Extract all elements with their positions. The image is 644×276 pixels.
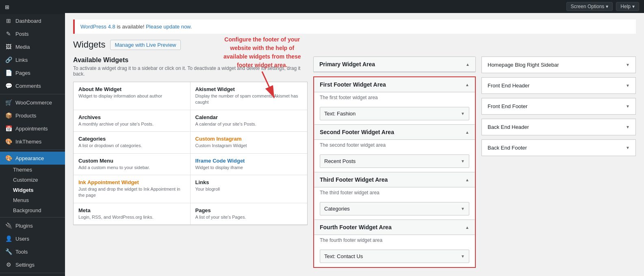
widget-item[interactable]: Custom Menu Add a custom menu to your si… <box>74 154 191 175</box>
sidebar-sub-menus[interactable]: Menus <box>0 195 65 205</box>
widget-item[interactable]: Archives A monthly archive of your site'… <box>74 110 191 132</box>
sidebar: ⊞ ⊞ Dashboard ✎ Posts 🖼 Media 🔗 Links 📄 … <box>0 0 65 276</box>
third-footer-title: Third Footer Widget Area <box>320 176 388 183</box>
sidebar-item-media[interactable]: 🖼 Media <box>0 40 65 53</box>
sidebar-sub-widgets[interactable]: Widgets <box>0 185 65 195</box>
help-label: Help <box>620 4 631 9</box>
woocommerce-icon: 🛒 <box>5 99 12 106</box>
widget-item[interactable]: Meta Login, RSS, and WordPress.org links… <box>74 203 191 225</box>
primary-widget-area-title: Primary Widget Area <box>319 61 375 67</box>
sidebar-item-links[interactable]: 🔗 Links <box>0 53 65 66</box>
fourth-footer-widget-slot[interactable]: Text: Contact Us ▼ <box>320 250 469 263</box>
sidebar-sub-background[interactable]: Background <box>0 205 65 215</box>
sidebar-item-comments[interactable]: 💬 Comments <box>0 79 65 92</box>
tools-icon: 🔧 <box>5 248 12 255</box>
sidebar-item-label: Users <box>15 236 29 242</box>
sidebar-item-products[interactable]: 📦 Products <box>0 109 65 122</box>
update-notice: WordPress 4.8 is available! Please updat… <box>73 20 636 34</box>
first-footer-chevron: ▲ <box>465 83 469 87</box>
right-panel-back-end-footer: Back End Footer ▼ <box>481 139 636 156</box>
right-panel-header[interactable]: Back End Footer ▼ <box>482 140 635 156</box>
second-footer-header[interactable]: Second Footer Widget Area ▲ <box>314 125 475 140</box>
sidebar-item-tools[interactable]: 🔧 Tools <box>0 245 65 258</box>
widget-desc: Add a custom menu to your sidebar. <box>78 165 185 171</box>
sidebar-item-appearance[interactable]: 🎨 Appearance <box>0 152 65 165</box>
widget-title: Pages <box>195 207 303 213</box>
first-footer-content: Text: Fashion ▼ <box>314 104 475 124</box>
third-footer-header[interactable]: Third Footer Widget Area ▲ <box>314 172 475 187</box>
media-icon: 🖼 <box>5 43 12 50</box>
sidebar-sub-customize[interactable]: Customize <box>0 175 65 185</box>
widget-desc: A calendar of your site's Posts. <box>195 121 303 127</box>
sidebar-item-inkthemes[interactable]: 🎨 InkThemes <box>0 135 65 148</box>
widget-title: Categories <box>78 136 185 142</box>
third-footer-slot-chevron: ▼ <box>461 206 465 211</box>
products-icon: 📦 <box>5 112 12 119</box>
users-icon: 👤 <box>5 235 12 242</box>
widget-item[interactable]: Links Your blogroll <box>191 175 308 203</box>
sidebar-item-users[interactable]: 👤 Users <box>0 232 65 245</box>
right-panel-header[interactable]: Back End Header ▼ <box>482 119 635 135</box>
dashboard-icon: ⊞ <box>5 17 12 24</box>
first-footer-widget-slot[interactable]: Text: Fashion ▼ <box>320 107 469 120</box>
widget-title: Calendar <box>195 114 303 120</box>
right-panel-title: Front End Footer <box>488 103 527 109</box>
third-footer-widget-slot[interactable]: Categories ▼ <box>320 202 469 215</box>
sidebar-item-appointments[interactable]: 📅 Appointments <box>0 122 65 135</box>
widget-item[interactable]: Custom Instagram Custom Instagram Widget <box>191 132 308 153</box>
widget-item[interactable]: Calendar A calendar of your site's Posts… <box>191 110 308 132</box>
settings-icon: ⚙ <box>5 261 12 268</box>
screen-options-chevron: ▾ <box>606 4 608 9</box>
sidebar-logo: ⊞ <box>0 0 65 14</box>
widgets-grid: About Me Widget Widget to display inform… <box>73 82 308 225</box>
right-panel-chevron: ▼ <box>626 146 630 150</box>
update-version-link[interactable]: WordPress 4.8 <box>80 24 115 30</box>
content-layout: Available Widgets To activate a widget d… <box>73 57 636 268</box>
first-footer-widget-title: Text: Fashion <box>324 111 356 117</box>
widget-desc: A monthly archive of your site's Posts. <box>78 121 185 127</box>
page-header: Widgets Manage with Live Preview <box>73 39 636 50</box>
page-title: Widgets <box>73 39 105 50</box>
widget-item[interactable]: Akismet Widget Display the number of spa… <box>191 82 308 110</box>
links-icon: 🔗 <box>5 57 12 63</box>
wp-icon: ⊞ <box>5 4 9 10</box>
appearance-icon: 🎨 <box>5 155 12 161</box>
screen-options-button[interactable]: Screen Options ▾ <box>566 2 613 11</box>
help-button[interactable]: Help ▾ <box>616 2 639 11</box>
third-footer-widget-area: Third Footer Widget Area ▲ The third foo… <box>314 172 475 220</box>
primary-widget-area-header[interactable]: Primary Widget Area ▲ <box>314 57 475 72</box>
widget-desc: Widget to display iframe <box>195 165 303 171</box>
page-header-area: Widgets Manage with Live Preview Configu… <box>73 39 636 50</box>
right-panel-header[interactable]: Front End Header ▼ <box>482 78 635 93</box>
update-link[interactable]: Please update now. <box>146 24 192 30</box>
widget-item[interactable]: About Me Widget Widget to display inform… <box>74 82 191 110</box>
sidebar-item-woocommerce[interactable]: 🛒 WooCommerce <box>0 96 65 109</box>
fourth-footer-header[interactable]: Fourth Footer Widget Area ▲ <box>314 220 475 235</box>
first-footer-slot-chevron: ▼ <box>461 111 465 116</box>
fourth-footer-widget-title: Text: Contact Us <box>324 253 363 259</box>
first-footer-title: First Footer Widget Area <box>320 81 386 88</box>
second-footer-widget-slot[interactable]: Recent Posts ▼ <box>320 154 469 168</box>
live-preview-button[interactable]: Manage with Live Preview <box>110 40 180 50</box>
sidebar-item-plugins[interactable]: 🔌 Plugins <box>0 219 65 232</box>
fourth-footer-title: Fourth Footer Widget Area <box>320 224 392 230</box>
sidebar-item-label: Dashboard <box>15 18 41 24</box>
first-footer-header[interactable]: First Footer Widget Area ▲ <box>314 77 475 92</box>
inkthemes-icon: 🎨 <box>5 138 12 145</box>
footer-widget-areas: Primary Widget Area ▲ First Footer Widge… <box>313 57 476 268</box>
sidebar-item-dashboard[interactable]: ⊞ Dashboard <box>0 14 65 27</box>
sidebar-sub-themes[interactable]: Themes <box>0 165 65 175</box>
widget-desc: Display the number of spam comments Akis… <box>195 93 303 106</box>
widget-item[interactable]: Categories A list or dropdown of categor… <box>74 132 191 153</box>
sidebar-item-posts[interactable]: ✎ Posts <box>0 27 65 40</box>
fourth-footer-desc: The fourth footer widget area <box>314 235 475 246</box>
right-panel-header[interactable]: Homepage Blog Right Sidebar ▼ <box>482 57 635 73</box>
right-panel-header[interactable]: Front End Footer ▼ <box>482 98 635 114</box>
widget-item[interactable]: Ink Appointment Widget Just drag and dro… <box>74 175 191 203</box>
sidebar-item-label: Plugins <box>15 223 33 229</box>
widget-item[interactable]: Iframe Code Widget Widget to display ifr… <box>191 154 308 175</box>
fourth-footer-slot-chevron: ▼ <box>461 254 465 259</box>
widget-item[interactable]: Pages A list of your site's Pages. <box>191 203 308 225</box>
sidebar-item-settings[interactable]: ⚙ Settings <box>0 258 65 271</box>
sidebar-item-pages[interactable]: 📄 Pages <box>0 66 65 79</box>
